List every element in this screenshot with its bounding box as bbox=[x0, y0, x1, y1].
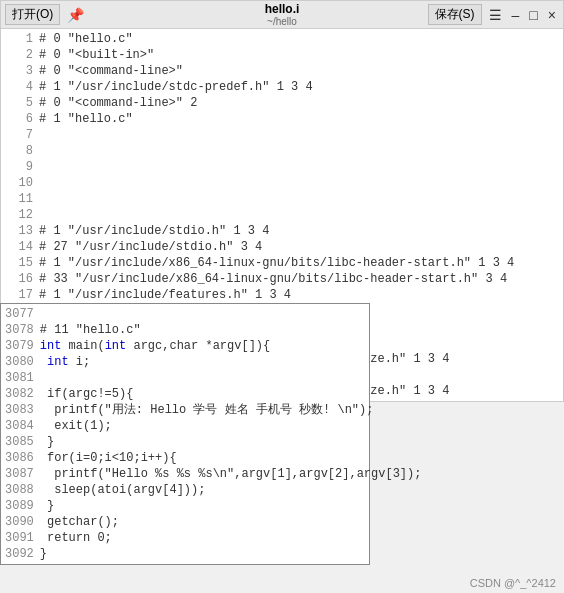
line-number: 7 bbox=[5, 127, 33, 143]
file-path: ~/hello bbox=[267, 16, 297, 27]
table-row: 3078# 11 "hello.c" bbox=[1, 322, 369, 338]
table-row: 3082 if(argc!=5){ bbox=[1, 386, 369, 402]
line-number: 14 bbox=[5, 239, 33, 255]
table-row: 5# 0 "<command-line>" 2 bbox=[1, 95, 563, 111]
table-row: 9 bbox=[1, 159, 563, 175]
line-number: 17 bbox=[5, 287, 33, 303]
line-content: # 0 "<command-line>" 2 bbox=[39, 95, 197, 111]
line-content: # 1 "hello.c" bbox=[39, 111, 133, 127]
table-row: 13# 1 "/usr/include/stdio.h" 1 3 4 bbox=[1, 223, 563, 239]
line-content: exit(1); bbox=[40, 418, 112, 434]
watermark: CSDN @^_^2412 bbox=[470, 577, 556, 589]
line-number: 2 bbox=[5, 47, 33, 63]
table-row: 3086 for(i=0;i<10;i++){ bbox=[1, 450, 369, 466]
table-row: 3081 bbox=[1, 370, 369, 386]
file-title: hello.i bbox=[265, 2, 300, 16]
line-content: } bbox=[40, 498, 54, 514]
table-row: 14# 27 "/usr/include/stdio.h" 3 4 bbox=[1, 239, 563, 255]
table-row: 4# 1 "/usr/include/stdc-predef.h" 1 3 4 bbox=[1, 79, 563, 95]
table-row: 3# 0 "<command-line>" bbox=[1, 63, 563, 79]
line-content: # 11 "hello.c" bbox=[40, 322, 141, 338]
table-row: 3079int main(int argc,char *argv[]){ bbox=[1, 338, 369, 354]
line-content: # 1 "/usr/include/x86_64-linux-gnu/bits/… bbox=[39, 255, 514, 271]
line-content: # 1 "/usr/include/stdc-predef.h" 1 3 4 bbox=[39, 79, 313, 95]
menu-icon[interactable]: ☰ bbox=[486, 6, 505, 24]
line-number: 15 bbox=[5, 255, 33, 271]
line-number: 1 bbox=[5, 31, 33, 47]
table-row: 3090 getchar(); bbox=[1, 514, 369, 530]
line-content: return 0; bbox=[40, 530, 112, 546]
table-row: 10 bbox=[1, 175, 563, 191]
line-number: 5 bbox=[5, 95, 33, 111]
line-content: # 1 "/usr/include/features.h" 1 3 4 bbox=[39, 287, 291, 303]
table-row: 3089 } bbox=[1, 498, 369, 514]
line-content: getchar(); bbox=[40, 514, 119, 530]
line-number: 3082 bbox=[5, 386, 34, 402]
table-row: 17# 1 "/usr/include/features.h" 1 3 4 bbox=[1, 287, 563, 303]
maximize-icon[interactable]: □ bbox=[526, 6, 540, 24]
line-content: # 33 "/usr/include/x86_64-linux-gnu/bits… bbox=[39, 271, 507, 287]
line-content: # 0 "<built-in>" bbox=[39, 47, 154, 63]
line-number: 16 bbox=[5, 271, 33, 287]
line-content: # 27 "/usr/include/stdio.h" 3 4 bbox=[39, 239, 262, 255]
line-number: 3081 bbox=[5, 370, 34, 386]
table-row: 16# 33 "/usr/include/x86_64-linux-gnu/bi… bbox=[1, 271, 563, 287]
line-content: sleep(atoi(argv[4])); bbox=[40, 482, 206, 498]
line-number: 3092 bbox=[5, 546, 34, 562]
bottom-window: 30773078# 11 "hello.c"3079int main(int a… bbox=[0, 303, 370, 565]
line-content: } bbox=[40, 546, 47, 562]
table-row: 8 bbox=[1, 143, 563, 159]
line-number: 3091 bbox=[5, 530, 34, 546]
line-number: 3087 bbox=[5, 466, 34, 482]
line-number: 3086 bbox=[5, 450, 34, 466]
table-row: 6# 1 "hello.c" bbox=[1, 111, 563, 127]
table-row: 11 bbox=[1, 191, 563, 207]
titlebar-left: 打开(O) 📌 bbox=[5, 4, 87, 25]
table-row: 7 bbox=[1, 127, 563, 143]
table-row: 3087 printf("Hello %s %s %s\n",argv[1],a… bbox=[1, 466, 369, 482]
table-row: 3084 exit(1); bbox=[1, 418, 369, 434]
line-number: 13 bbox=[5, 223, 33, 239]
table-row: 3092} bbox=[1, 546, 369, 562]
table-row: 3088 sleep(atoi(argv[4])); bbox=[1, 482, 369, 498]
bottom-code-area: 30773078# 11 "hello.c"3079int main(int a… bbox=[1, 304, 369, 564]
table-row: 2# 0 "<built-in>" bbox=[1, 47, 563, 63]
line-content: # 1 "/usr/include/stdio.h" 1 3 4 bbox=[39, 223, 269, 239]
line-number: 12 bbox=[5, 207, 33, 223]
line-content: printf("用法: Hello 学号 姓名 手机号 秒数! \n"); bbox=[40, 402, 374, 418]
table-row: 3077 bbox=[1, 306, 369, 322]
line-number: 10 bbox=[5, 175, 33, 191]
line-content: # 0 "<command-line>" bbox=[39, 63, 183, 79]
table-row: 1# 0 "hello.c" bbox=[1, 31, 563, 47]
line-number: 3078 bbox=[5, 322, 34, 338]
line-number: 6 bbox=[5, 111, 33, 127]
line-content: int i; bbox=[40, 354, 90, 370]
line-content: printf("Hello %s %s %s\n",argv[1],argv[2… bbox=[40, 466, 422, 482]
line-number: 9 bbox=[5, 159, 33, 175]
line-number: 3077 bbox=[5, 306, 34, 322]
titlebar-right: 保存(S) ☰ – □ × bbox=[428, 4, 559, 25]
line-number: 3089 bbox=[5, 498, 34, 514]
line-content: } bbox=[40, 434, 54, 450]
line-content: if(argc!=5){ bbox=[40, 386, 134, 402]
line-number: 4 bbox=[5, 79, 33, 95]
titlebar: 打开(O) 📌 hello.i ~/hello 保存(S) ☰ – □ × bbox=[1, 1, 563, 29]
close-icon[interactable]: × bbox=[545, 6, 559, 24]
line-number: 3080 bbox=[5, 354, 34, 370]
line-content: # 0 "hello.c" bbox=[39, 31, 133, 47]
table-row: 3083 printf("用法: Hello 学号 姓名 手机号 秒数! \n"… bbox=[1, 402, 369, 418]
line-number: 3090 bbox=[5, 514, 34, 530]
minimize-icon[interactable]: – bbox=[509, 6, 523, 24]
titlebar-center: hello.i ~/hello bbox=[265, 2, 300, 27]
line-number: 8 bbox=[5, 143, 33, 159]
open-button[interactable]: 打开(O) bbox=[5, 4, 60, 25]
table-row: 3085 } bbox=[1, 434, 369, 450]
line-number: 3079 bbox=[5, 338, 34, 354]
table-row: 3080 int i; bbox=[1, 354, 369, 370]
app-window: 打开(O) 📌 hello.i ~/hello 保存(S) ☰ – □ × 1#… bbox=[0, 0, 564, 593]
table-row: 15# 1 "/usr/include/x86_64-linux-gnu/bit… bbox=[1, 255, 563, 271]
line-content: int main(int argc,char *argv[]){ bbox=[40, 338, 270, 354]
pin-icon[interactable]: 📌 bbox=[64, 6, 87, 24]
line-number: 3083 bbox=[5, 402, 34, 418]
save-button[interactable]: 保存(S) bbox=[428, 4, 482, 25]
